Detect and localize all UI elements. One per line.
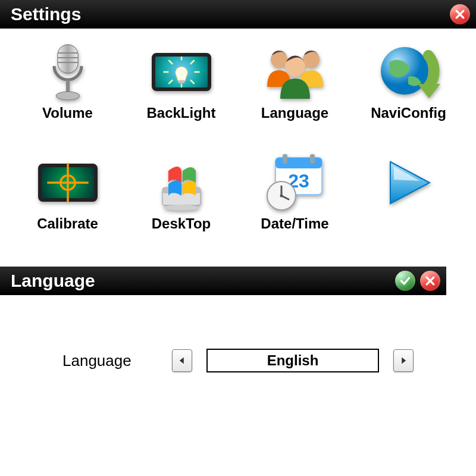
language-title: Language: [11, 271, 390, 291]
datetime-icon: 23: [259, 150, 331, 215]
desktop-icon: [146, 150, 217, 215]
tile-language[interactable]: Language: [244, 39, 346, 146]
svg-rect-0: [58, 45, 78, 73]
people-icon: [259, 39, 331, 105]
language-prev-button[interactable]: [172, 349, 192, 372]
settings-next-page[interactable]: [358, 150, 459, 257]
language-next-button[interactable]: [393, 349, 414, 372]
play-arrow-icon: [373, 150, 444, 215]
svg-line-11: [190, 61, 193, 64]
tile-backlight-label: BackLight: [146, 105, 215, 121]
settings-titlebar: Settings: [0, 0, 476, 29]
svg-point-5: [56, 92, 80, 100]
language-panel: Language English: [0, 295, 476, 372]
language-field-label: Language: [62, 352, 158, 370]
svg-line-13: [190, 80, 193, 83]
tile-datetime[interactable]: 23 Date/Time: [244, 150, 346, 257]
svg-rect-27: [283, 154, 287, 164]
tile-volume-label: Volume: [42, 105, 93, 121]
svg-rect-26: [275, 158, 322, 168]
calibrate-icon: [32, 150, 104, 215]
chevron-right-icon: [399, 356, 408, 365]
close-icon: [424, 275, 436, 287]
tile-volume[interactable]: Volume: [17, 39, 118, 146]
language-titlebar: Language: [0, 267, 446, 295]
chevron-left-icon: [178, 356, 186, 365]
svg-line-10: [169, 61, 172, 64]
backlight-icon: [146, 39, 217, 105]
svg-rect-28: [310, 154, 315, 164]
svg-rect-14: [178, 80, 184, 83]
language-close-button[interactable]: [420, 271, 440, 291]
tile-naviconfig[interactable]: NaviConfig: [358, 39, 459, 146]
svg-line-12: [169, 80, 172, 83]
check-icon: [399, 275, 411, 287]
microphone-icon: [32, 39, 104, 105]
settings-close-button[interactable]: [450, 4, 470, 24]
globe-arrow-icon: [373, 39, 444, 105]
svg-rect-4: [66, 80, 70, 93]
tile-desktop-label: DeskTop: [152, 215, 211, 232]
tile-datetime-label: Date/Time: [261, 215, 328, 232]
language-value: English: [206, 349, 379, 372]
svg-point-32: [280, 195, 283, 198]
close-icon: [454, 8, 466, 20]
language-ok-button[interactable]: [395, 271, 415, 291]
tile-naviconfig-label: NaviConfig: [371, 105, 446, 121]
settings-panel: Volume BackL: [0, 29, 476, 267]
tile-calibrate[interactable]: Calibrate: [17, 150, 118, 257]
tile-desktop[interactable]: DeskTop: [130, 150, 232, 257]
svg-point-24: [164, 205, 199, 211]
tile-calibrate-label: Calibrate: [37, 215, 98, 232]
tile-language-label: Language: [261, 105, 328, 121]
tile-backlight[interactable]: BackLight: [130, 39, 232, 146]
settings-title: Settings: [11, 4, 445, 24]
